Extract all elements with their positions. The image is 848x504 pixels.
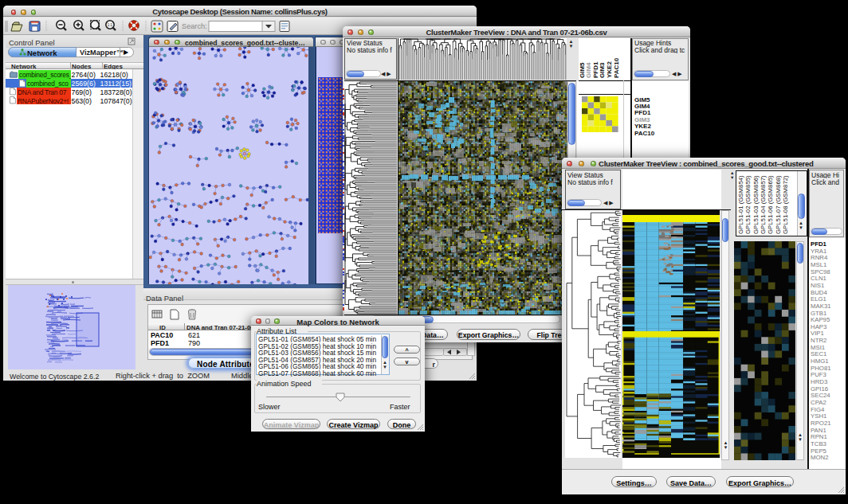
svg-text:GPL51-07 (GSM868): GPL51-07 (GSM868) xyxy=(775,175,782,234)
svg-text:GPL51-06 (GSM865): GPL51-06 (GSM865) xyxy=(767,175,774,234)
svg-text:GPL51-02 (GSM855): GPL51-02 (GSM855) xyxy=(744,175,752,234)
svg-text:GPL51-03 (GSM856): GPL51-03 (GSM856) xyxy=(752,175,760,234)
svg-text:Search:: Search: xyxy=(182,22,207,30)
svg-text:PAC10: PAC10 xyxy=(613,57,620,78)
svg-text:1:1: 1:1 xyxy=(108,23,113,27)
svg-text:GPL51-08 (GSM872): GPL51-08 (GSM872) xyxy=(782,175,789,234)
svg-text:GPL51-01 (GSM854): GPL51-01 (GSM854) xyxy=(737,175,744,234)
svg-text:GPL51-04 (GSM857): GPL51-04 (GSM857) xyxy=(760,175,767,234)
